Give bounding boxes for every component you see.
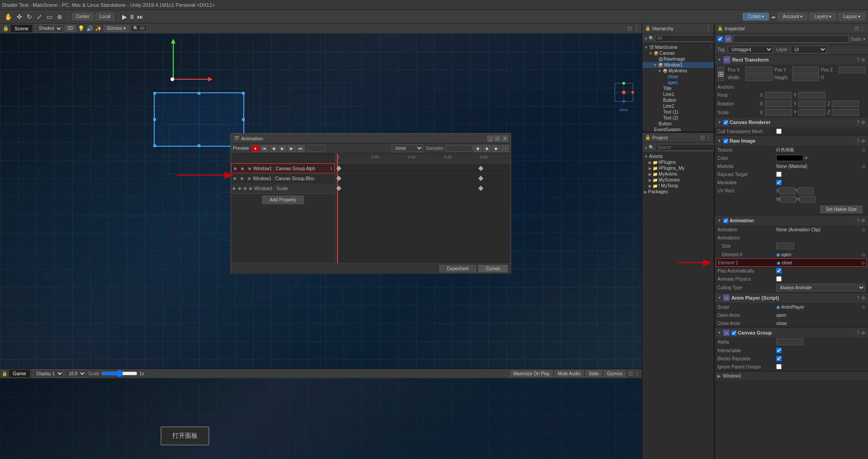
rect-r-icon[interactable]: R [821,75,824,80]
play-icon[interactable]: ▶ [122,13,127,20]
play-auto-checkbox[interactable] [776,268,782,273]
project-plugins-my[interactable]: ▶ 📁 #Plugins_My [642,165,714,171]
hier-item-text2[interactable]: Text (2) [642,115,714,121]
height-input[interactable]: 324.433 [792,74,819,81]
anim-player-toggle[interactable]: ▼ [717,296,721,300]
hier-item-rawimage[interactable]: 🖼 RawImage [642,56,714,62]
raw-image-active[interactable] [723,139,728,143]
anim-key-1-a[interactable] [336,176,341,181]
anim-curve-btn[interactable]: ⋯ [501,145,509,152]
layer-select[interactable]: UI [791,46,827,53]
inspector-menu-icon[interactable]: ⋮ [860,25,865,32]
scene-orientation-gizmo[interactable]: Back [610,79,637,106]
hier-arrow-canvas[interactable]: ▼ [649,51,653,56]
anim-close-btn[interactable]: × [502,135,508,142]
pos-y-input[interactable]: 0 [792,67,819,73]
rect-transform-toggle[interactable]: ▼ [717,57,721,62]
scale-z-input[interactable]: 0 [832,109,859,116]
bottom-material-row[interactable]: ▶ Window1 [715,371,868,380]
curves-button[interactable]: Curves [478,265,508,273]
hier-menu-icon[interactable]: ⋮ [709,45,714,50]
stats-btn[interactable]: Stats [585,370,602,377]
hier-item-button2[interactable]: Button [642,121,714,127]
hier-arrow-mainscene[interactable]: ▼ [644,45,648,50]
pivot-y-input[interactable]: 0.5 [798,92,825,99]
display-select[interactable]: Display 1 [33,369,64,378]
obj-active-checkbox[interactable] [717,36,723,42]
canvas-renderer-header[interactable]: ▼ Canvas Renderer ? ⚙ [715,117,868,127]
obj-name-input[interactable]: Window1 [734,35,849,43]
anim-next-frame-btn[interactable]: ▶ [288,145,296,152]
canvas-renderer-gear[interactable]: ⚙ [861,120,865,125]
hierarchy-search-input[interactable] [655,35,716,42]
anim-key-0-a[interactable] [336,166,341,171]
blocks-checkbox[interactable] [776,356,782,361]
raw-image-gear[interactable]: ⚙ [861,139,865,143]
hier-item-canvas[interactable]: ▼ 📦 Canvas [642,50,714,56]
interactable-checkbox[interactable] [776,348,782,353]
raw-image-toggle[interactable]: ▼ [717,139,721,143]
effects-icon[interactable]: ✨ [95,25,102,32]
hier-item-line2[interactable]: Line2 [642,103,714,109]
anim-key-prev-btn[interactable]: ◆ [474,145,482,152]
anim-maximize-btn[interactable]: □ [494,135,501,142]
move-tool-icon[interactable]: ✜ [15,12,24,21]
anim-player-gear[interactable]: ⚙ [861,296,865,301]
material-select-icon[interactable]: ⊙ [862,164,865,169]
maximize-on-play-btn[interactable]: Maximize On Play [510,370,553,377]
project-packages[interactable]: ▶ Packages [642,189,714,195]
center-button[interactable]: Center [72,13,94,20]
texture-select-icon[interactable]: ⊙ [862,148,865,153]
raycast-checkbox[interactable] [776,172,782,177]
transform-tool-icon[interactable]: ⊕ [55,12,64,21]
add-property-button[interactable]: Add Property [262,196,304,204]
tag-select[interactable]: Untagged [728,46,773,53]
rect-transform-gear-icon[interactable]: ⚙ [861,57,865,62]
hier-item-line1[interactable]: Line1 [642,91,714,97]
canvas-group-active[interactable] [731,330,736,335]
scale-tool-icon[interactable]: ⤢ [35,12,44,21]
dopesheet-button[interactable]: Dopesheet [439,265,476,273]
add-project-btn[interactable]: + [644,144,648,151]
animations-size-input[interactable]: 2 [776,243,794,249]
project-maximize-icon[interactable]: ⊡ [700,134,705,141]
project-myscenes[interactable]: ▶ 📁 MyScenes [642,177,714,183]
uv-y-input[interactable]: 0 [798,187,814,194]
animation-info[interactable]: ? [857,218,859,223]
anim-track-0[interactable]: ◉ ◉ ◉ Window1 : Canvas Group.Alph 1 [231,163,335,173]
audio-icon[interactable]: 🔊 [86,25,93,32]
anim-record-btn[interactable]: ● [251,145,260,152]
anim-key-2-b[interactable] [478,186,483,191]
pivot-x-input[interactable]: 0.5 [765,92,792,99]
project-plugins[interactable]: ▶ 📁 #Plugins [642,159,714,165]
ignore-checkbox[interactable] [776,364,782,369]
hier-item-open-anim[interactable]: open [642,80,714,86]
project-mytemp[interactable]: ▶ 📁 ! MyTemp [642,183,714,189]
element-1-select-icon[interactable]: ⊙ [861,260,865,265]
anim-skip-start-btn[interactable]: ⏮ [261,145,269,152]
inspector-maximize-icon[interactable]: ⊡ [854,25,859,32]
anim-prev-frame-btn[interactable]: ◀ [270,145,278,152]
culling-select[interactable]: Always Animate [776,284,865,292]
anim-clip-select[interactable]: close [392,144,423,152]
rot-y-input[interactable]: 0 [798,100,825,107]
anim-track-1[interactable]: ◉ ◉ ◉ Window1 : Canvas Group.Bloc [231,173,335,183]
scale-x-input[interactable]: 0 [765,109,792,116]
project-myscenes-arrow[interactable]: ▶ [649,178,652,182]
anim-key-1-b[interactable] [478,176,483,181]
alpha-input[interactable]: 0 [776,339,803,345]
animation-header[interactable]: ▼ Animation ? ⚙ [715,215,868,225]
shading-select[interactable]: Shaded [35,24,63,33]
canvas-group-toggle[interactable]: ▼ [717,330,721,335]
animation-toggle[interactable]: ▼ [717,218,721,223]
anim-player-header[interactable]: ▼ C# Anim Player (Script) ? ⚙ [715,293,868,303]
pause-icon[interactable]: ⏸ [129,13,135,20]
hier-item-button1[interactable]: Button [642,97,714,103]
game-maximize-icon[interactable]: ⊡ [628,370,633,377]
canvas-renderer-info[interactable]: ? [857,120,859,125]
inspector-lock-icon[interactable]: 🔒 [717,26,723,31]
rot-z-input[interactable]: 0 [832,100,859,107]
local-button[interactable]: Local [95,13,114,20]
step-icon[interactable]: ⏭ [137,13,143,20]
anim-key-next-btn[interactable]: ◆ [492,145,500,152]
